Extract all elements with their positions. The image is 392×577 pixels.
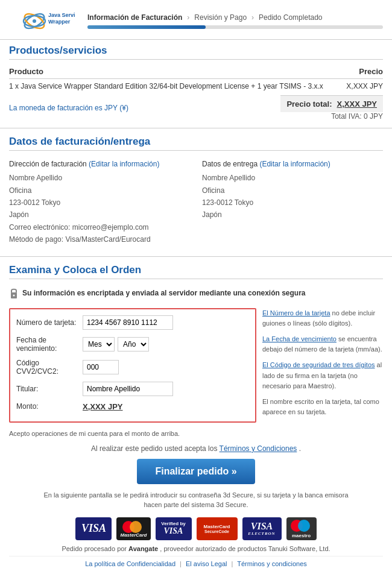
cvv-field-area [83,360,249,374]
verified-visa-logo: Verified by VISA [156,517,192,540]
logo-icon: Java Service Wrapper [9,6,75,36]
billing-email: Correo electrónico: micorreo@ejemplo.com [9,221,190,233]
iva-note: Total IVA: 0 JPY [280,112,383,121]
expiry-year-select[interactable]: Año [118,337,149,352]
expiry-label: Fecha de vencimiento: [16,336,83,353]
step-complete: Pedido Completado [259,13,322,22]
cvv-label: Código CVV2/CVC2: [16,359,83,376]
logo-area: Java Service Wrapper [9,6,75,36]
card-number-field-area [83,315,249,330]
finalize-button[interactable]: Finalizar pedido » [137,459,254,484]
delivery-name: Nombre Apellido [202,172,383,184]
lock-icon [9,287,19,299]
col-product: Producto [9,65,344,79]
products-title: Productos/servicios [9,45,383,60]
hint-card-link[interactable]: El Número de la tarjeta [262,309,330,317]
step-review: Revisión y Pago [194,13,247,22]
total-amount: X,XXX JPY [337,99,377,109]
expiry-field-area: Mes Año [83,337,249,352]
mastercard-circles [122,520,144,531]
visa-logo: VISA [75,517,112,540]
amount-row: Monto: X,XXX JPY [16,402,249,411]
billing-zip-city: 123-0012 Tokyo [9,197,190,209]
billing-title: Datos de facturación/entrega [9,136,383,151]
footer-link-privacy[interactable]: La política de Confidencialidad [85,560,175,567]
page-header: Java Service Wrapper Información de Fact… [0,0,392,40]
avangate-note: Pedido procesado por Avangate , proveedo… [9,545,383,552]
billing-address-label: Dirección de facturación (Editar la info… [9,159,190,170]
products-table: Producto Precio 1 x Java Service Wrapper… [9,65,383,93]
amount-label: Monto: [16,402,83,411]
billing-payment: Método de pago: Visa/MasterCard/Eurocard [9,233,190,245]
total-row: Precio total: X,XXX JPY [280,95,383,112]
mastercard-logo: MasterCard [116,517,150,540]
terms-text: Al realizar este pedido usted acepta los… [9,444,383,453]
currency-note: La moneda de facturación es JPY (¥) [9,102,128,114]
hint-card-number: El Número de la tarjeta no debe incluir … [262,308,383,329]
secure-3d-note: En la siguiente pantalla se le pedirá in… [9,490,383,510]
hint-expiry: La Fecha de vencimiento se encuentra deb… [262,334,383,355]
holder-label: Titular: [16,385,83,393]
terms-link[interactable]: Términos y Condiciones [220,444,297,453]
hint-cvv: El Código de seguridad de tres dígitos a… [262,360,383,392]
product-footer: La moneda de facturación es JPY (¥) Prec… [9,93,383,121]
product-desc: 1 x Java Service Wrapper Standard Editio… [9,79,344,94]
order-title: Examina y Coloca el Orden [9,264,383,279]
card-number-row: Número de tarjeta: [16,315,249,330]
delivery-company: Oficina [202,184,383,197]
delivery-zip-city: 123-0012 Tokyo [202,197,383,209]
delivery-edit-link[interactable]: (Editar la información) [259,160,330,168]
mastercard-text: MasterCard [120,532,147,538]
progress-fill [87,25,206,29]
delivery-col: Datos de entrega (Editar la información)… [202,159,383,246]
expiry-row: Fecha de vencimiento: Mes Año [16,336,249,353]
step-indicators: Información de Facturación › Revisión y … [87,13,383,22]
billing-edit-link[interactable]: (Editar la información) [89,160,159,168]
expiry-month-select[interactable]: Mes [83,337,115,352]
holder-row: Titular: [16,382,249,396]
delivery-label: Datos de entrega (Editar la información) [202,159,383,170]
svg-text:Wrapper: Wrapper [48,19,71,25]
card-number-label: Número de tarjeta: [16,318,83,327]
amount-value: X,XXX JPY [83,402,122,411]
header-nav: Información de Facturación › Revisión y … [87,13,383,29]
hint-expiry-link[interactable]: La Fecha de vencimiento [262,335,337,342]
agree-text: Acepto operaciones de mi cuenta para el … [9,427,383,440]
billing-info: Nombre Apellido Oficina 123-0012 Tokyo J… [9,172,190,245]
progress-bar [87,25,383,29]
delivery-country: Japón [202,209,383,221]
payment-form-area: Número de tarjeta: Fecha de vencimiento:… [9,308,383,423]
holder-field-area [83,382,249,396]
visa-electron-logo: VISA ELECTRON [242,517,282,540]
footer-link-legal[interactable]: El aviso Legal [186,560,227,567]
maestro-logo: maestro [286,517,317,540]
billing-columns: Dirección de facturación (Editar la info… [9,156,383,249]
billing-address-col: Dirección de facturación (Editar la info… [9,159,190,246]
product-price: X,XXX JPY [344,79,383,94]
cvv-input[interactable] [83,360,119,374]
footer-link-terms[interactable]: Términos y condiciones [237,560,307,567]
billing-section: Datos de facturación/entrega Dirección d… [0,131,392,254]
footer-links: La política de Confidencialidad | El avi… [9,556,383,573]
billing-country: Japón [9,209,190,221]
billing-name: Nombre Apellido [9,172,190,184]
cvv-row: Código CVV2/CVC2: [16,359,249,376]
payment-form: Número de tarjeta: Fecha de vencimiento:… [9,308,256,423]
svg-point-3 [33,19,36,23]
svg-point-7 [13,294,15,296]
step-billing: Información de Facturación [87,13,182,22]
secure-notice: Su información es encriptada y enviada a… [9,284,383,302]
col-price: Precio [344,65,383,79]
svg-text:Java Service: Java Service [48,12,75,18]
payment-logos: VISA MasterCard Verified by VISA MasterC… [9,517,383,540]
billing-company: Oficina [9,184,190,197]
avangate-brand: Avangate [128,545,158,552]
delivery-info: Nombre Apellido Oficina 123-0012 Tokyo J… [202,172,383,221]
hint-cvv-link[interactable]: El Código de seguridad de tres dígitos [262,361,375,368]
products-section: Productos/servicios Producto Precio 1 x … [0,40,392,125]
form-hints: El Número de la tarjeta no debe incluir … [262,308,383,423]
hint-holder: El nombre escrito en la tarjeta, tal com… [262,397,383,418]
order-section: Examina y Coloca el Orden Su información… [0,259,392,577]
holder-input[interactable] [83,382,173,396]
card-number-input[interactable] [83,315,173,330]
